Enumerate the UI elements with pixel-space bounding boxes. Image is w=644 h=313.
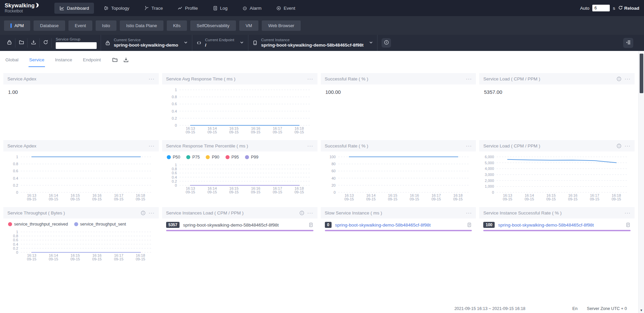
nav-item-dashboard[interactable]: Dashboard — [54, 3, 94, 14]
svg-text:16:1509-15: 16:1509-15 — [70, 253, 80, 261]
refresh-button[interactable] — [40, 38, 52, 48]
page-tab-k8s[interactable]: K8s — [167, 20, 187, 31]
card-successful-rate: Successful Rate ( % )···100.00 — [321, 73, 476, 137]
more-menu-icon[interactable]: ··· — [625, 77, 631, 80]
copy-icon[interactable] — [308, 222, 313, 228]
more-menu-icon[interactable]: ··· — [149, 77, 155, 80]
nav-item-event[interactable]: Event — [271, 3, 300, 14]
more-menu-icon[interactable]: ··· — [307, 77, 313, 80]
page-tab-label: Istio — [102, 23, 110, 28]
legend-item-p95[interactable]: P95 — [226, 155, 239, 160]
info-button[interactable] — [382, 38, 391, 48]
legend-item-p99[interactable]: P99 — [245, 155, 258, 160]
log-icon — [213, 6, 218, 11]
svg-text:16:1409-15: 16:1409-15 — [207, 126, 217, 134]
card-title: Successful Rate ( % ) — [325, 76, 466, 81]
more-menu-icon[interactable]: ··· — [466, 77, 472, 80]
nav-item-log[interactable]: Log — [208, 3, 233, 14]
folder-icon — [19, 40, 24, 46]
instance-link[interactable]: spring-boot-skywalking-demo-58b48465cf-8… — [498, 223, 622, 228]
more-menu-icon[interactable]: ··· — [149, 211, 155, 214]
svg-text:16:1309-15: 16:1309-15 — [344, 193, 354, 201]
more-menu-icon[interactable]: ··· — [625, 144, 631, 147]
svg-text:16:1709-15: 16:1709-15 — [114, 253, 123, 261]
more-menu-icon[interactable]: ··· — [466, 211, 472, 214]
folder-button[interactable] — [15, 38, 28, 48]
server-zone[interactable]: Server Zone UTC + 0 — [587, 306, 627, 311]
page-tab-event[interactable]: Event — [68, 20, 92, 31]
export-button[interactable] — [28, 38, 40, 48]
skywalking-logo: Skywalking Rocketbot — [5, 3, 39, 14]
metric-value: 1.00 — [3, 84, 159, 100]
more-menu-icon[interactable]: ··· — [307, 211, 313, 214]
page-tab-web-browser[interactable]: Web Browser — [262, 20, 301, 31]
page-tab-istio[interactable]: Istio — [96, 20, 116, 31]
svg-text:16:1809-15: 16:1809-15 — [612, 193, 621, 201]
page-tab-label: APM — [14, 23, 24, 28]
svg-text:0: 0 — [333, 190, 335, 194]
instance-link[interactable]: spring-boot-skywalking-demo-58b48465cf-8… — [335, 223, 463, 228]
card-service-response-time-percentile-ms: Service Response Time Percentile ( ms )·… — [162, 140, 317, 204]
reload-button[interactable]: Reload — [618, 5, 639, 11]
svg-text:16:1409-15: 16:1409-15 — [49, 193, 58, 201]
nav-item-alarm[interactable]: Alarm — [237, 3, 266, 14]
dashboard-grid: Service Apdex···1.00Service Avg Response… — [0, 70, 644, 261]
nav-item-trace[interactable]: Trace — [139, 3, 168, 14]
download-icon[interactable] — [123, 57, 129, 64]
dashboard-icon — [59, 6, 64, 11]
copy-icon[interactable] — [467, 222, 472, 228]
auto-interval-input[interactable] — [592, 5, 610, 11]
nav-item-profile[interactable]: Profile — [172, 3, 203, 14]
current-endpoint-selector[interactable]: Current Endpoint / — [192, 35, 248, 51]
svg-text:0.8: 0.8 — [171, 167, 177, 171]
nav-item-topology[interactable]: Topology — [99, 3, 134, 14]
scrollbar-thumb[interactable] — [640, 54, 643, 93]
svg-text:0: 0 — [492, 190, 494, 194]
svg-text:16:1809-15: 16:1809-15 — [136, 193, 145, 201]
copy-icon[interactable] — [626, 222, 631, 228]
crescent-logo-icon — [35, 3, 39, 9]
info-icon[interactable] — [299, 210, 304, 215]
legend-item-service-throughput-sent[interactable]: service_throughput_sent — [74, 222, 126, 227]
page-tab-label: VM — [246, 23, 252, 28]
tab-instance[interactable]: Instance — [54, 54, 73, 67]
card-title: Service Avg Response Time ( ms ) — [166, 76, 307, 81]
svg-text:0: 0 — [16, 190, 18, 194]
tab-global[interactable]: Global — [5, 54, 19, 67]
more-menu-icon[interactable]: ··· — [466, 144, 472, 147]
more-menu-icon[interactable]: ··· — [625, 211, 631, 214]
page-tab-istio-data-plane[interactable]: Istio Data Plane — [120, 20, 163, 31]
page-tab-database[interactable]: Database — [34, 20, 65, 31]
tab-service[interactable]: Service — [29, 54, 45, 67]
svg-text:20: 20 — [331, 183, 335, 187]
scrollbar-down-arrow[interactable]: ▼ — [639, 309, 644, 312]
current-service-selector[interactable]: Current Service spring-boot-skywalking-d… — [101, 35, 192, 51]
legend-item-p90[interactable]: P90 — [206, 155, 219, 160]
collapse-panel-button[interactable] — [623, 38, 633, 48]
card-title: Service Apdex — [7, 76, 149, 81]
lock-button[interactable] — [3, 38, 15, 48]
page-tab-selfobservability[interactable]: SelfObservability — [190, 20, 236, 31]
card-header: Service Instance Successful Rate ( % )··… — [479, 207, 635, 218]
svg-text:0.4: 0.4 — [13, 176, 18, 180]
chevron-down-icon — [240, 40, 244, 46]
legend-item-service-throughput-received[interactable]: service_throughput_received — [8, 222, 68, 227]
page-tab-apm[interactable]: APM — [4, 20, 30, 31]
tab-endpoint[interactable]: Endpoint — [82, 54, 101, 67]
folder-icon[interactable] — [112, 57, 118, 64]
legend-item-p50[interactable]: P50 — [167, 155, 180, 160]
info-icon[interactable] — [616, 76, 622, 81]
legend-item-p75[interactable]: P75 — [186, 155, 200, 160]
line-chart: 00.20.40.60.8116:1309-1516:1409-1516:150… — [163, 87, 316, 134]
info-icon[interactable] — [616, 143, 622, 148]
svg-text:16:1809-15: 16:1809-15 — [294, 126, 304, 134]
info-icon[interactable] — [141, 210, 146, 215]
top-navbar: Skywalking Rocketbot DashboardTopologyTr… — [0, 0, 644, 16]
service-group-input[interactable] — [56, 42, 97, 49]
more-menu-icon[interactable]: ··· — [149, 144, 155, 147]
page-tab-vm[interactable]: VM — [239, 20, 259, 31]
language-switch[interactable]: En — [573, 306, 578, 311]
more-menu-icon[interactable]: ··· — [307, 144, 313, 147]
usage-bar — [166, 230, 313, 231]
current-instance-selector[interactable]: Current Instance spring-boot-skywalking-… — [248, 35, 378, 51]
